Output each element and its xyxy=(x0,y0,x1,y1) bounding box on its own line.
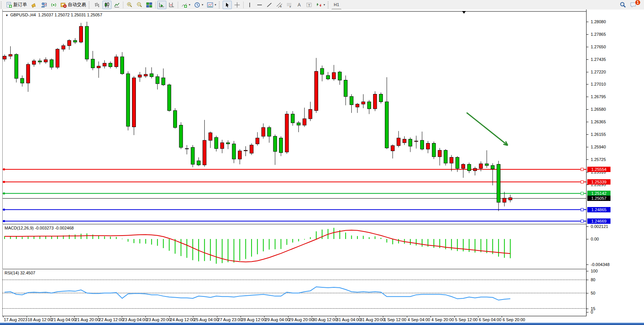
price-tick-label: 1.26580 xyxy=(591,107,621,112)
zoom-in-icon xyxy=(126,2,132,8)
time-tick-mark xyxy=(122,316,122,317)
current-price-label[interactable]: 1.25057 xyxy=(587,196,611,201)
macd-histogram-bar xyxy=(122,239,123,239)
rsi-tick-label: 100 xyxy=(591,269,621,273)
macd-histogram-bar xyxy=(98,236,99,239)
candle-body xyxy=(491,166,494,169)
candle-body xyxy=(14,54,18,78)
line-chart-button[interactable] xyxy=(112,1,121,9)
hline-price-label[interactable]: 1.25142 xyxy=(587,191,611,196)
macd-histogram-bar xyxy=(163,239,164,248)
candle-body xyxy=(273,136,277,151)
news-button[interactable] xyxy=(29,1,38,9)
svg-text:E: E xyxy=(280,5,282,8)
candle-body xyxy=(509,198,512,200)
macd-histogram-bar xyxy=(228,239,228,262)
toolbar-grip xyxy=(219,2,222,8)
price-tick-mark xyxy=(587,22,588,22)
fibonacci-button[interactable]: F xyxy=(285,1,294,9)
macd-histogram-bar xyxy=(86,233,87,239)
horizontal-line-button[interactable] xyxy=(255,1,264,9)
auto-scroll-button[interactable] xyxy=(157,1,166,9)
macd-histogram-bar xyxy=(451,239,452,250)
cursor-button[interactable] xyxy=(223,1,232,9)
economic-calendar-button[interactable] xyxy=(39,1,48,9)
macd-histogram-bar xyxy=(239,239,240,261)
candle-body xyxy=(420,140,424,149)
price-tick-label: 1.27220 xyxy=(591,70,621,74)
hline-left-anchor xyxy=(3,209,5,210)
macd-histogram-bar xyxy=(445,239,446,249)
time-tick-mark xyxy=(454,316,455,317)
text-label-button[interactable]: T xyxy=(304,1,314,9)
candle-body xyxy=(261,127,265,136)
chat-button[interactable]: 1 xyxy=(628,1,638,9)
chart-shift-button[interactable] xyxy=(167,1,176,9)
hline-price-label[interactable]: 1.24865 xyxy=(587,207,611,212)
new-order-button[interactable]: 新订单 xyxy=(5,1,29,9)
macd-histogram-bar xyxy=(251,239,252,256)
candle-body xyxy=(456,157,459,168)
pane-separator[interactable] xyxy=(2,269,587,270)
periods-button[interactable]: ▾ xyxy=(193,1,205,9)
candle-body xyxy=(126,74,130,126)
indicators-button[interactable]: ▾ xyxy=(180,1,192,9)
macd-histogram-bar xyxy=(351,236,352,239)
macd-histogram-bar xyxy=(310,237,311,239)
hline-price-label[interactable]: 1.25339 xyxy=(587,179,611,185)
macd-histogram-bar xyxy=(4,236,5,239)
toolbar-separator xyxy=(243,2,244,8)
templates-button[interactable]: ▾ xyxy=(206,1,218,9)
zoom-in-button[interactable] xyxy=(125,1,134,9)
arrows-icon xyxy=(316,2,322,8)
new-order-icon xyxy=(6,2,12,8)
candle-body xyxy=(450,157,453,163)
chart-canvas[interactable] xyxy=(0,10,586,322)
bar-chart-button[interactable] xyxy=(92,1,102,9)
hline-price-label[interactable]: 1.25554 xyxy=(587,167,611,172)
candle-body xyxy=(285,114,289,152)
crosshair-button[interactable] xyxy=(233,1,242,9)
time-tick-label: 23 Aug 04:00 xyxy=(123,317,147,322)
candle-body xyxy=(215,137,218,148)
pane-separator[interactable] xyxy=(2,224,587,225)
one-click-collapse-icon[interactable]: ▼ xyxy=(5,14,8,17)
text-button[interactable]: A xyxy=(295,1,304,9)
signals-button[interactable] xyxy=(49,1,58,9)
macd-histogram-bar xyxy=(139,239,140,244)
chevron-down-icon: ▾ xyxy=(215,3,216,6)
macd-histogram-bar xyxy=(192,239,193,260)
marker-triangle-icon xyxy=(462,11,466,14)
macd-histogram-bar xyxy=(75,234,75,239)
toolbar-right-group: 1 xyxy=(618,1,639,9)
candle-body xyxy=(414,141,418,142)
vertical-line-button[interactable] xyxy=(245,1,254,9)
time-tick-mark xyxy=(74,316,75,317)
candlestick-chart-button[interactable] xyxy=(102,1,112,9)
auto-trading-button[interactable]: 自动交易 xyxy=(59,1,88,9)
trendline-button[interactable] xyxy=(265,1,274,9)
macd-histogram-bar xyxy=(410,239,411,245)
search-button[interactable] xyxy=(618,1,628,9)
macd-histogram-bar xyxy=(22,237,22,239)
chart-window[interactable]: ▼GBPUSD-,H4 1.25037 1.25072 1.25031 1.25… xyxy=(0,10,644,323)
zoom-out-button[interactable] xyxy=(135,1,144,9)
chevron-down-icon: ▾ xyxy=(202,3,203,6)
time-tick-mark xyxy=(193,316,193,317)
candle-body xyxy=(432,143,435,157)
macd-histogram-bar xyxy=(104,236,105,239)
candle-body xyxy=(467,164,471,171)
hline-price-label[interactable]: 1.24669 xyxy=(587,218,611,224)
arrows-button[interactable]: ▾ xyxy=(314,1,327,9)
equidistant-channel-button[interactable]: E xyxy=(275,1,284,9)
timeframe-button-h1[interactable]: H1 xyxy=(332,1,341,9)
chevron-down-icon: ▾ xyxy=(324,3,325,6)
macd-histogram-bar xyxy=(151,239,152,245)
time-tick-label: 6 Sep 04:00 xyxy=(479,317,501,322)
ohlc-close: 1.25057 xyxy=(87,13,102,17)
macd-histogram-bar xyxy=(381,238,381,239)
time-tick-mark xyxy=(169,316,170,317)
candle-body xyxy=(362,102,365,104)
tile-windows-button[interactable] xyxy=(145,1,154,9)
macd-histogram-bar xyxy=(216,239,217,264)
